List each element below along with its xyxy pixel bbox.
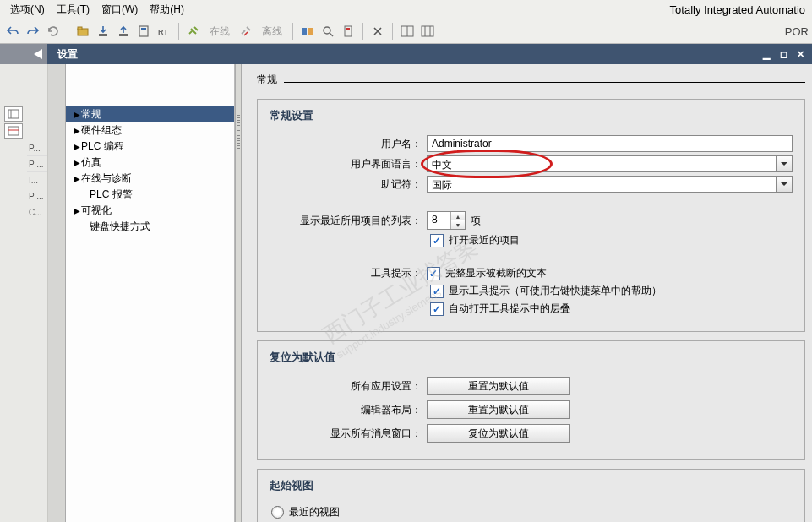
brand-label: Totally Integrated Automatio: [665, 3, 807, 16]
username-field: 用户名：: [270, 135, 793, 152]
svg-rect-8: [308, 28, 313, 35]
recent-count-spinner[interactable]: 8 ▲▼: [427, 211, 466, 230]
vertical-spacer: [48, 64, 66, 522]
toolbar-separator: [68, 23, 68, 40]
left-tab[interactable]: P...: [27, 140, 47, 156]
undo-icon[interactable]: [3, 22, 22, 41]
cross-icon[interactable]: [368, 22, 387, 41]
language-select[interactable]: 中文: [427, 155, 793, 172]
nav-plcalarm[interactable]: PLC 报警: [66, 187, 234, 203]
menubar: 选项(N) 工具(T) 窗口(W) 帮助(H) Totally Integrat…: [0, 0, 812, 19]
tooltip2-row: 显示工具提示（可使用右键快捷菜单中的帮助）: [430, 284, 793, 298]
tooltip2-checkbox[interactable]: [430, 285, 444, 298]
nav-onlinediag[interactable]: ▶在线与诊断: [66, 171, 234, 187]
tooltip1-checkbox[interactable]: [427, 267, 440, 280]
svg-rect-3: [119, 34, 128, 36]
chevron-down-icon[interactable]: [776, 156, 792, 171]
refresh-icon[interactable]: [44, 22, 63, 41]
toolbar-separator: [362, 23, 363, 40]
mnemonic-select[interactable]: 国际: [427, 176, 793, 193]
nav-keyboard[interactable]: 键盘快捷方式: [66, 219, 234, 235]
download-icon[interactable]: [94, 22, 112, 41]
svg-rect-19: [8, 127, 19, 135]
toolbar-separator: [178, 23, 179, 40]
table-icon[interactable]: [4, 123, 23, 139]
menu-help[interactable]: 帮助(H): [144, 3, 189, 17]
svg-rect-11: [346, 28, 350, 30]
svg-rect-14: [422, 26, 433, 36]
panel-title: 起始视图: [270, 478, 793, 493]
panel-title: 常规设置: [270, 108, 793, 123]
left-tab[interactable]: P ...: [27, 188, 47, 204]
mnemonic-field: 助记符： 国际: [270, 176, 793, 193]
search-icon[interactable]: [319, 22, 337, 41]
general-settings-panel: 常规设置 用户名： 用户界面语言： 中文 助记符： 国际: [257, 99, 805, 332]
reset-app-button[interactable]: 重置为默认值: [427, 377, 570, 395]
toolbar-separator: [292, 23, 293, 40]
left-tab[interactable]: P ...: [27, 156, 47, 172]
disconnect-icon[interactable]: [237, 22, 255, 41]
redo-icon[interactable]: [24, 22, 42, 41]
tree-icon[interactable]: [4, 106, 23, 122]
close-icon[interactable]: ✕: [793, 48, 807, 60]
nav-sim[interactable]: ▶仿真: [66, 155, 234, 171]
svg-rect-4: [139, 26, 148, 36]
left-tab[interactable]: I...: [27, 172, 47, 188]
splitview2-icon[interactable]: [418, 22, 437, 41]
recent-view-radio-row: 最近的视图: [271, 505, 793, 519]
brand-sub: POR: [785, 25, 809, 38]
nav-hw[interactable]: ▶硬件组态: [66, 122, 234, 139]
splitview1-icon[interactable]: [398, 22, 417, 41]
menu-tools[interactable]: 工具(T): [52, 3, 95, 17]
reset-messages-button[interactable]: 复位为默认值: [427, 424, 570, 443]
svg-rect-2: [99, 34, 107, 36]
maximize-icon[interactable]: ◻: [777, 48, 790, 60]
minimize-icon[interactable]: ▁: [760, 48, 773, 60]
tooltip-field: 工具提示： 完整显示被截断的文本: [270, 266, 793, 280]
rt-icon[interactable]: RT: [155, 22, 173, 41]
chevron-down-icon[interactable]: [776, 177, 792, 192]
svg-text:RT: RT: [158, 28, 168, 36]
reset-editor-button[interactable]: 重置为默认值: [427, 400, 570, 419]
startview-panel: 起始视图 最近的视图: [257, 469, 805, 522]
left-tab[interactable]: C...: [27, 204, 47, 220]
svg-point-9: [324, 27, 330, 34]
menu-window[interactable]: 窗口(W): [96, 3, 143, 17]
nav-general[interactable]: ▶常规: [66, 106, 234, 122]
online-label: 在线: [204, 24, 235, 39]
svg-rect-1: [78, 27, 82, 30]
tooltip3-checkbox[interactable]: [430, 302, 444, 316]
spin-up-icon[interactable]: ▲: [451, 212, 465, 220]
open-recent-checkbox-row: 打开最近的项目: [430, 233, 793, 247]
settings-nav: ▶常规 ▶硬件组态 ▶PLC 编程 ▶仿真 ▶在线与诊断 PLC 报警 ▶可视化…: [66, 64, 235, 522]
toolbar: RT 在线 离线 POR: [0, 19, 812, 44]
connect-icon[interactable]: [184, 22, 203, 41]
open-recent-checkbox[interactable]: [430, 234, 444, 247]
settings-content: 西门子工业找答案support.industry.siemens 常规 常规设置…: [242, 64, 812, 522]
device2-icon[interactable]: [339, 22, 357, 41]
window-title: 设置: [47, 47, 88, 62]
sidebar-collapse-icon[interactable]: [0, 44, 47, 64]
recent-suffix: 项: [466, 214, 481, 228]
language-field: 用户界面语言： 中文: [270, 155, 793, 172]
recent-list-field: 显示最近所用项目的列表： 8 ▲▼ 项: [270, 211, 793, 230]
menu-options[interactable]: 选项(N): [5, 3, 50, 17]
device-icon[interactable]: [134, 22, 153, 41]
recent-view-radio[interactable]: [271, 506, 284, 519]
svg-rect-5: [141, 28, 146, 30]
tooltip3-row: 自动打开工具提示中的层叠: [430, 302, 793, 316]
hmi-icon[interactable]: [298, 22, 317, 41]
project-tree-strip: P... P ... I... P ... C...: [0, 64, 48, 522]
svg-rect-17: [8, 110, 19, 118]
folder-icon[interactable]: [74, 22, 92, 41]
panel-title: 复位为默认值: [270, 350, 793, 365]
username-input[interactable]: [427, 135, 793, 152]
titlebar: 设置 ▁ ◻ ✕: [0, 44, 812, 64]
upload-icon[interactable]: [114, 22, 133, 41]
toolbar-separator: [392, 23, 393, 40]
nav-plcprog[interactable]: ▶PLC 编程: [66, 139, 234, 155]
splitter[interactable]: [235, 64, 242, 522]
spin-down-icon[interactable]: ▼: [451, 220, 465, 229]
nav-vis[interactable]: ▶可视化: [66, 203, 234, 219]
svg-rect-10: [345, 26, 352, 36]
